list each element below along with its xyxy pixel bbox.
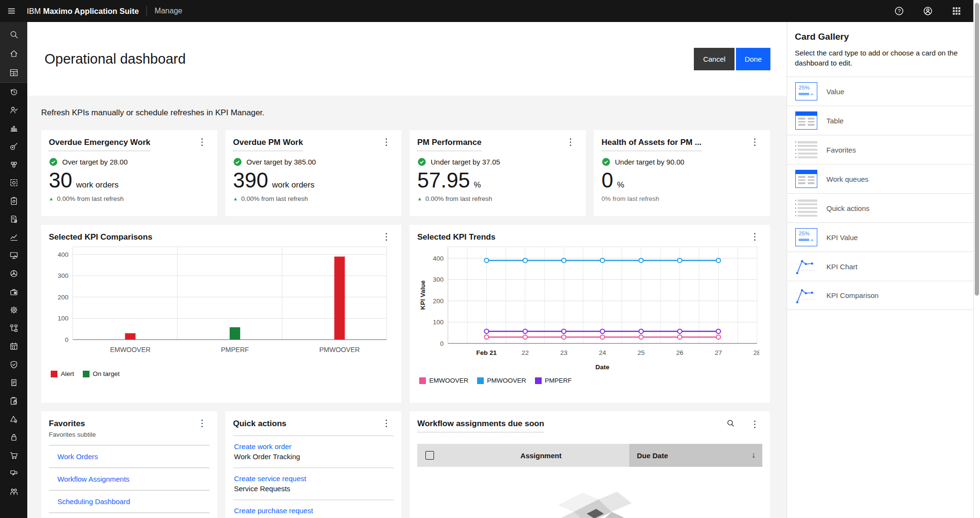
app-switcher-icon[interactable] xyxy=(947,2,966,20)
empty-state-illustration xyxy=(417,483,762,518)
kpi-comparisons-card[interactable]: Selected KPI Comparisons ⋮ 0100200300400… xyxy=(41,225,401,403)
sidebar-broadcast-icon[interactable] xyxy=(0,464,27,483)
create-work-order-link[interactable]: Create work order xyxy=(234,442,394,451)
gallery-item-quick-actions[interactable]: Quick actions xyxy=(787,193,980,222)
sidebar-toolbox-icon[interactable] xyxy=(0,283,27,301)
overflow-menu-icon[interactable]: ⋮ xyxy=(195,138,210,146)
sidebar-trend-chart-icon[interactable] xyxy=(0,228,27,246)
due-date-column-header[interactable]: Due Date ↓ xyxy=(629,444,762,467)
kpi-card-pm-performance[interactable]: PM Performance ⋮ Under target by 37.05 5… xyxy=(410,130,586,216)
sidebar-clipboard-sync-icon[interactable] xyxy=(0,192,27,210)
sidebar-home-icon[interactable] xyxy=(0,44,27,63)
checkmark-filled-icon xyxy=(601,157,611,166)
kpi-delta: 0% from last refresh xyxy=(601,195,762,202)
sidebar-user-follow-icon[interactable] xyxy=(0,101,27,119)
sidebar-incident-badge-icon[interactable] xyxy=(0,410,27,428)
hamburger-menu-icon[interactable] xyxy=(0,0,23,22)
create-purchase-request-link[interactable]: Create purchase request xyxy=(234,507,394,515)
sidebar-cluster-icon[interactable] xyxy=(0,155,27,174)
legend-item[interactable]: Alert xyxy=(51,370,74,377)
overflow-menu-icon[interactable]: ⋮ xyxy=(747,232,762,241)
workflow-assignments-card[interactable]: Workflow assignments due soon ⋮ Assignme… xyxy=(410,411,770,518)
kpi-card-row: Overdue Emergency Work ⋮ Over target by … xyxy=(41,130,770,216)
svg-text:25: 25 xyxy=(637,349,645,356)
search-icon[interactable] xyxy=(726,419,735,430)
sidebar-calendar-icon[interactable] xyxy=(0,337,27,355)
gallery-item-work-queues[interactable]: Work queues xyxy=(787,164,980,193)
sidebar-presentation-icon[interactable] xyxy=(0,246,27,265)
legend-item[interactable]: EMWOOVER xyxy=(419,377,468,384)
quick-action-item: Create purchase request xyxy=(233,499,394,518)
select-all-checkbox[interactable] xyxy=(425,451,434,460)
overflow-menu-icon[interactable]: ⋮ xyxy=(195,419,210,428)
app-name: Manage xyxy=(155,7,182,15)
gallery-item-kpi-chart[interactable]: KPI Chart xyxy=(787,252,980,281)
sidebar-bar-chart-icon[interactable] xyxy=(0,119,27,137)
sidebar-settings-gear-icon[interactable] xyxy=(0,301,27,319)
svg-text:200: 200 xyxy=(57,294,68,301)
kpi-card-health-of-assets[interactable]: Health of Assets for PM ... ⋮ Under targ… xyxy=(594,130,770,216)
sidebar-cart-icon[interactable] xyxy=(0,446,27,464)
favorites-link-scheduling-dashboard[interactable]: Scheduling Dashboard xyxy=(49,491,210,512)
overflow-menu-icon[interactable]: ⋮ xyxy=(563,138,578,146)
sidebar-dashboard-icon[interactable] xyxy=(0,63,27,82)
overflow-menu-icon[interactable]: ⋮ xyxy=(747,420,762,429)
favorites-card[interactable]: Favorites ⋮ Favorites subtile Work Order… xyxy=(41,411,217,518)
user-avatar-icon[interactable] xyxy=(919,2,937,20)
legend-item[interactable]: PMWOOVER xyxy=(477,377,526,384)
caret-up-icon: ▲ xyxy=(49,196,54,201)
kpi-trends-card[interactable]: Selected KPI Trends ⋮ 0100200300400Feb 2… xyxy=(410,225,770,403)
done-button[interactable]: Done xyxy=(736,48,770,70)
svg-text:27: 27 xyxy=(715,349,722,356)
overflow-menu-icon[interactable]: ⋮ xyxy=(379,138,394,146)
scrollbar-thumb[interactable] xyxy=(975,3,979,296)
gallery-item-kpi-comparison[interactable]: KPI Comparison xyxy=(787,281,980,310)
sidebar-receipt-icon[interactable] xyxy=(0,374,27,392)
gallery-item-table[interactable]: Table xyxy=(787,106,980,135)
page-scrollbar xyxy=(973,0,980,518)
kpi-value: 57.95% xyxy=(417,169,578,191)
help-icon[interactable]: ? xyxy=(890,2,908,20)
cancel-button[interactable]: Cancel xyxy=(694,48,735,70)
favorites-link-more[interactable] xyxy=(49,513,210,518)
quick-actions-card[interactable]: Quick actions ⋮ Create work order Work O… xyxy=(225,411,401,518)
bar-chart-legend: AlertOn target xyxy=(49,370,394,377)
favorites-link-workflow-assignments[interactable]: Workflow Assignments xyxy=(49,468,210,490)
sidebar-flow-icon[interactable] xyxy=(0,319,27,337)
checkmark-filled-icon xyxy=(417,157,426,166)
create-service-request-link[interactable]: Create service request xyxy=(234,474,394,483)
sidebar-turbine-icon[interactable] xyxy=(0,265,27,283)
kpi-card-overdue-pm-work[interactable]: Overdue PM Work ⋮ Over target by 385.00 … xyxy=(225,130,401,216)
sidebar-clipboard-lock-icon[interactable] xyxy=(0,392,27,410)
sidebar-box-sync-icon[interactable] xyxy=(0,174,27,192)
legend-item[interactable]: PMPERF xyxy=(535,377,572,384)
svg-text:0: 0 xyxy=(440,340,444,347)
quick-actions-title: Quick actions xyxy=(233,419,286,429)
favorites-list-item xyxy=(49,512,210,518)
sidebar-people-icon[interactable] xyxy=(0,483,27,501)
favorites-link-work-orders[interactable]: Work Orders xyxy=(49,446,210,467)
sidebar-asset-tag-icon[interactable] xyxy=(0,137,27,155)
kpi-value: 390work orders xyxy=(233,169,394,191)
kpi-value-card-icon: 25% xyxy=(795,228,818,246)
gallery-item-kpi-value[interactable]: 25% KPI Value xyxy=(787,222,980,252)
kpi-trends-line-chart: 0100200300400Feb 2122232425262728KPI Val… xyxy=(417,244,762,376)
sidebar-lock-icon[interactable] xyxy=(0,428,27,446)
gallery-item-value[interactable]: 25% Value xyxy=(787,77,980,106)
sidebar-search-icon[interactable] xyxy=(0,25,27,44)
caret-up-icon: ▲ xyxy=(233,196,238,201)
sidebar-shield-check-icon[interactable] xyxy=(0,355,27,374)
sidebar-document-award-icon[interactable] xyxy=(0,210,27,228)
overflow-menu-icon[interactable]: ⋮ xyxy=(379,419,394,428)
kpi-card-overdue-emergency-work[interactable]: Overdue Emergency Work ⋮ Over target by … xyxy=(41,130,217,216)
sidebar-recent-icon[interactable] xyxy=(0,83,27,101)
assignment-column-header[interactable]: Assignment xyxy=(453,444,629,467)
checkmark-filled-icon xyxy=(233,157,242,166)
svg-text:?: ? xyxy=(898,8,901,14)
overflow-menu-icon[interactable]: ⋮ xyxy=(379,232,394,241)
kpi-status-text: Over target by 28.00 xyxy=(62,158,128,166)
legend-item[interactable]: On target xyxy=(83,370,120,377)
kpi-comparison-card-icon xyxy=(795,287,818,305)
overflow-menu-icon[interactable]: ⋮ xyxy=(747,138,762,146)
gallery-item-favorites[interactable]: Favorites xyxy=(787,135,980,164)
